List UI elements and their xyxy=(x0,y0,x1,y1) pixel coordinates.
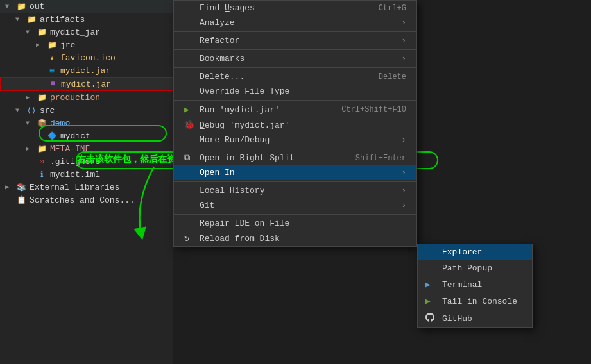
folder-icon: 📁 xyxy=(36,27,47,37)
tree-item-mydict-jar-folder[interactable]: ▼ 📁 mydict_jar xyxy=(0,26,173,38)
menu-separator xyxy=(174,100,416,101)
menu-analyze[interactable]: Analyze › xyxy=(174,15,416,30)
menu-more-run[interactable]: More Run/Debug › xyxy=(174,133,416,147)
menu-separator xyxy=(174,149,416,149)
tree-item-favicon[interactable]: ★ favicon.ico xyxy=(0,51,173,64)
tree-label: Scratches and Cons... xyxy=(30,195,135,205)
reload-icon: ↻ xyxy=(184,233,197,244)
folder-icon: 📁 xyxy=(36,92,47,103)
menu-local-history[interactable]: Local History › xyxy=(174,183,416,198)
tree-item-out[interactable]: ▼ 📁 out xyxy=(0,0,173,13)
tree-label: demo xyxy=(50,119,70,128)
tree-item-demo[interactable]: ▼ 📦 demo xyxy=(0,117,173,129)
debug-icon: 🐞 xyxy=(184,120,197,130)
iml-icon: ℹ xyxy=(36,169,47,179)
scratch-icon: 📋 xyxy=(15,195,27,205)
arrow-icon: ▶ xyxy=(26,94,36,101)
submenu-label: Terminal xyxy=(442,280,482,290)
file-tree: ▼ 📁 out ▼ 📁 artifacts ▼ 📁 mydict_jar ▶ 📁… xyxy=(0,0,173,364)
jar-icon: ■ xyxy=(47,79,58,89)
folder-icon: 📁 xyxy=(15,1,27,12)
tree-label: mydict xyxy=(60,131,90,141)
menu-open-in[interactable]: Open In › xyxy=(174,165,416,180)
submenu-item-path-popup[interactable]: Path Popup xyxy=(418,260,532,276)
package-icon: 📦 xyxy=(36,118,47,128)
menu-reload-from-disk[interactable]: ↻ Reload from Disk xyxy=(174,231,416,246)
windows-icon: ⊞ xyxy=(46,65,58,76)
terminal-icon: ▶ xyxy=(425,279,438,290)
arrow-icon: ▶ xyxy=(26,145,36,153)
menu-separator xyxy=(174,31,416,32)
submenu-item-terminal[interactable]: ▶ Terminal xyxy=(418,276,532,293)
menu-separator xyxy=(174,181,416,182)
folder-icon: 📁 xyxy=(36,144,47,154)
tree-item-artifacts[interactable]: ▼ 📁 artifacts xyxy=(0,13,173,26)
tree-item-mydict-class[interactable]: 🔷 mydict xyxy=(0,129,173,142)
menu-refactor[interactable]: Refactor › xyxy=(174,33,416,48)
tree-label: mydict.iml xyxy=(50,170,100,179)
tree-label: META-INF xyxy=(50,144,90,154)
star-icon: ★ xyxy=(46,53,58,63)
menu-bookmarks[interactable]: Bookmarks › xyxy=(174,51,416,66)
tree-label: out xyxy=(30,2,44,12)
menu-override-file-type[interactable]: Override File Type xyxy=(174,84,416,99)
menu-delete[interactable]: Delete... Delete xyxy=(174,69,416,84)
tree-item-mydict-selected[interactable]: ■ mydict.jar xyxy=(0,77,173,91)
git-icon: ⊙ xyxy=(36,156,47,167)
submenu-arrow-icon: › xyxy=(401,201,406,210)
folder-icon: 📁 xyxy=(26,14,37,24)
submenu-item-github[interactable]: GitHub xyxy=(418,310,532,327)
tree-label: mydict_jar xyxy=(50,28,100,37)
tree-label: mydict.jar xyxy=(61,79,111,89)
menu-debug[interactable]: 🐞 Debug 'mydict.jar' xyxy=(174,117,416,133)
class-icon: 🔷 xyxy=(46,131,58,141)
tree-item-mydict-iml[interactable]: ℹ mydict.iml xyxy=(0,168,173,181)
src-icon: ⟨⟩ xyxy=(26,105,37,115)
arrow-icon: ▼ xyxy=(26,120,36,127)
menu-run[interactable]: ▶ Run 'mydict.jar' Ctrl+Shift+F10 xyxy=(174,102,416,117)
arrow-icon: ▼ xyxy=(15,107,26,114)
menu-git[interactable]: Git › xyxy=(174,198,416,213)
tree-label: jre xyxy=(60,40,75,50)
tree-item-src[interactable]: ▼ ⟨⟩ src xyxy=(0,104,173,117)
submenu-open-in: Explorer Path Popup ▶ Terminal ▶ Tail in… xyxy=(417,244,533,328)
tree-item-jre[interactable]: ▶ 📁 jre xyxy=(0,38,173,51)
tree-item-production[interactable]: ▶ 📁 production xyxy=(0,91,173,104)
tree-item-scratches[interactable]: 📋 Scratches and Cons... xyxy=(0,194,173,206)
menu-repair-ide[interactable]: Repair IDE on File xyxy=(174,216,416,231)
tree-item-mydict-windows[interactable]: ⊞ mydict.jar xyxy=(0,64,173,77)
arrow-icon: ▼ xyxy=(26,29,36,36)
submenu-arrow-icon: › xyxy=(401,18,406,28)
tree-label: External Libraries xyxy=(30,183,119,192)
tree-label: artifacts xyxy=(40,15,85,24)
tree-label: production xyxy=(50,93,100,103)
menu-find-usages[interactable]: Find Usages Ctrl+G xyxy=(174,1,416,15)
tree-label: favicon.ico xyxy=(60,53,116,63)
folder-icon: 📁 xyxy=(46,40,58,50)
submenu-label: Path Popup xyxy=(442,263,492,273)
menu-separator xyxy=(174,214,416,215)
lib-icon: 📚 xyxy=(15,182,27,192)
submenu-arrow-icon: › xyxy=(401,186,406,195)
submenu-label: GitHub xyxy=(442,314,472,324)
submenu-arrow-icon: › xyxy=(401,135,406,145)
tree-item-meta-inf[interactable]: ▶ 📁 META-INF xyxy=(0,142,173,155)
submenu-label: Explorer xyxy=(442,247,482,257)
submenu-item-explorer[interactable]: Explorer xyxy=(418,244,532,260)
tree-item-external-libs[interactable]: ▶ 📚 External Libraries xyxy=(0,181,173,194)
arrow-icon: ▼ xyxy=(15,16,26,23)
context-menu: Find Usages Ctrl+G Analyze › Refactor › … xyxy=(173,0,417,247)
submenu-arrow-icon: › xyxy=(401,54,406,63)
menu-open-right-split[interactable]: ⧉ Open in Right Split Shift+Enter xyxy=(174,151,416,165)
arrow-icon: ▶ xyxy=(36,41,46,49)
run-icon: ▶ xyxy=(184,104,197,115)
tree-label: src xyxy=(40,106,55,115)
github-icon xyxy=(425,313,438,324)
tree-label: mydict.jar xyxy=(60,66,110,76)
tail-console-icon: ▶ xyxy=(425,296,438,306)
menu-separator xyxy=(174,67,416,68)
submenu-arrow-icon: › xyxy=(401,168,406,178)
arrow-icon: ▼ xyxy=(5,3,15,10)
submenu-item-tail-console[interactable]: ▶ Tail in Console xyxy=(418,293,532,310)
submenu-label: Tail in Console xyxy=(442,297,517,306)
